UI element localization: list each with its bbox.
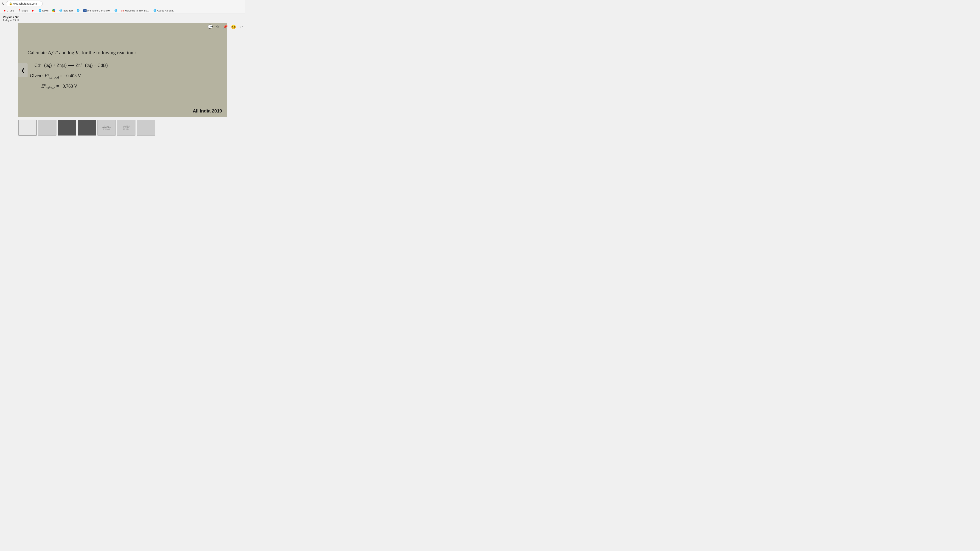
share-icon[interactable]: ↩ — [239, 24, 243, 29]
thumb-content-5: of the follov(0)| Cu²⁺(10⁻¹N-0.46 V and … — [98, 120, 116, 135]
thumb-content-4 — [78, 120, 96, 135]
thumb-content-1 — [19, 120, 36, 135]
bookmark-label: Welcome to IBM Ski... — [125, 9, 150, 12]
browser-chrome: ↻ 🔒 web.whatsapp.com ▶ uTube 📍 Maps ▶ 🌐 … — [0, 0, 245, 14]
bookmark-label: News — [42, 9, 49, 12]
google-icon — [52, 9, 55, 12]
toolbar-right: 💬 ☆ 📌 😊 ↩ — [208, 23, 243, 31]
gif-icon: GIF — [83, 9, 87, 12]
emoji-icon[interactable]: 😊 — [231, 24, 236, 29]
thumb-content-7 — [137, 120, 155, 135]
youtube-icon: ▶ — [3, 9, 6, 12]
math-content: Calculate ΔrG° and log Kc for the follow… — [27, 48, 218, 92]
thumb-content-2 — [38, 120, 56, 135]
thumbnail-5[interactable]: of the follov(0)| Cu²⁺(10⁻¹N-0.46 V and … — [97, 120, 116, 136]
bookmark-label: New Tab — [63, 9, 73, 12]
bookmark-label: Maps — [22, 9, 28, 12]
bookmark-newtab[interactable]: 🌐 New Tab — [57, 8, 75, 13]
bookmark-globe2[interactable]: 🌐 — [75, 8, 81, 13]
math-title: Calculate ΔrG° and log Kc for the follow… — [27, 48, 218, 57]
pin-icon[interactable]: 📌 — [223, 24, 228, 29]
chat-sender: Physics Sir — [3, 15, 242, 19]
image-viewer: 💬 ☆ 📌 😊 ↩ ❮ Calculate ΔrG° and log Kc fo… — [0, 23, 245, 138]
bookmark-label: Animated GIF Maker — [87, 9, 110, 12]
animated-gif-logo: GIF — [83, 9, 87, 12]
thumbnail-1[interactable] — [18, 120, 37, 136]
newtab-globe-icon: 🌐 — [59, 9, 62, 12]
bookmark-youtube[interactable]: ▶ uTube — [2, 8, 16, 13]
main-image-area: ❮ Calculate ΔrG° and log Kc for the foll… — [18, 23, 227, 118]
lock-icon: 🔒 — [9, 2, 13, 5]
chat-header: Physics Sir Today at 19:17 — [0, 14, 245, 23]
address-bar: ↻ 🔒 web.whatsapp.com — [0, 0, 245, 7]
bookmark-gmail[interactable]: M Welcome to IBM Ski... — [119, 8, 151, 13]
star-icon[interactable]: ☆ — [216, 24, 220, 29]
thumbnail-7[interactable] — [137, 120, 155, 136]
thumbnail-4[interactable] — [78, 120, 96, 136]
bookmark-adobe[interactable]: 🌐 Adobe Acrobat — [151, 8, 175, 13]
globe2-icon: 🌐 — [76, 9, 80, 12]
reload-icon[interactable]: ↻ — [2, 2, 5, 5]
thumb-content-3 — [58, 120, 76, 135]
chat-time: Today at 19:17 — [3, 19, 242, 22]
whatsapp-container: Physics Sir Today at 19:17 💬 ☆ 📌 😊 ↩ ❮ C… — [0, 14, 245, 138]
gmail-icon: M — [121, 9, 124, 13]
url-input[interactable]: 🔒 web.whatsapp.com — [6, 1, 43, 6]
math-reaction: Cd2+ (aq) + Zn(s) ⟶ Zn2+ (aq) + Cd(s) — [35, 61, 218, 69]
thumbnail-2[interactable] — [38, 120, 56, 136]
adobe-icon: 🌐 — [153, 9, 156, 12]
bookmark-google[interactable] — [51, 8, 57, 13]
thumb-content-6: of the followi) →2Cr³⁺(c0.74 V, E°... — [117, 120, 135, 135]
nav-arrow-left[interactable]: ❮ — [18, 64, 27, 77]
bookmark-maps[interactable]: 📍 Maps — [16, 8, 29, 13]
left-chevron-icon: ❮ — [21, 68, 25, 73]
math-eq2: E0Zn2+/Zn = −0.763 V — [41, 82, 218, 91]
news-globe-icon: 🌐 — [38, 9, 41, 12]
bookmark-news[interactable]: 🌐 News — [37, 8, 50, 13]
youtube-logo-icon: ▶ — [32, 9, 35, 12]
bookmark-globe3[interactable]: 🌐 — [113, 8, 119, 13]
math-given-eq1: Given : E0Cd2+/Cd = −0.403 V — [30, 71, 218, 80]
url-text: web.whatsapp.com — [13, 2, 37, 5]
bookmark-label: uTube — [7, 9, 14, 12]
bookmark-gif-maker[interactable]: GIF Animated GIF Maker — [82, 8, 112, 13]
thumbnail-3[interactable] — [58, 120, 76, 136]
bookmark-label: Adobe Acrobat — [157, 9, 173, 12]
globe3-icon: 🌐 — [114, 9, 117, 12]
thumbnail-strip: of the follov(0)| Cu²⁺(10⁻¹N-0.46 V and … — [0, 118, 245, 138]
source-label: All India 2019 — [192, 108, 222, 114]
bookmark-youtube2[interactable]: ▶ — [30, 8, 36, 13]
bookmarks-bar: ▶ uTube 📍 Maps ▶ 🌐 News 🌐 New Tab 🌐 GIF — [0, 7, 245, 14]
maps-icon: 📍 — [18, 9, 21, 12]
thumbnail-6[interactable]: of the followi) →2Cr³⁺(c0.74 V, E°... — [117, 120, 135, 136]
comment-icon[interactable]: 💬 — [208, 24, 213, 29]
